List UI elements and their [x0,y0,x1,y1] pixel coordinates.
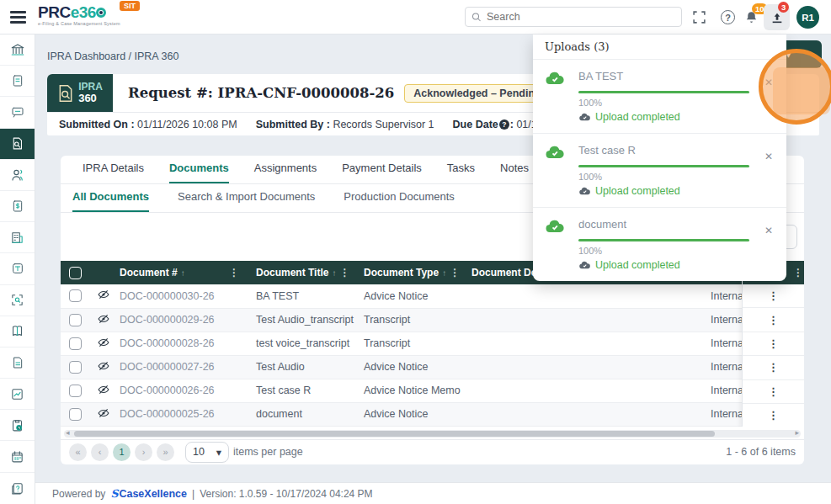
table-row[interactable]: DOC-000000025-26 document Advice Notice … [61,402,804,426]
sort-asc-icon[interactable]: ↑ [332,268,336,278]
page-size-select[interactable]: 10▾ [185,442,229,463]
upload-item: BA TEST 100% Upload completed ✕ [533,60,786,134]
document-magnifier-icon [57,84,74,103]
tab-payment-details[interactable]: Payment Details [342,162,422,183]
tab-assignments[interactable]: Assignments [254,162,317,183]
row-actions-menu[interactable]: ⋮ [743,404,804,427]
horizontal-scrollbar[interactable]: ◂ ▸ [64,430,801,438]
row-actions-menu[interactable]: ⋮ [743,332,804,356]
upload-item: Test case R 100% Upload completed ✕ [533,134,786,208]
select-row-checkbox[interactable] [69,314,82,326]
close-icon[interactable]: ✕ [764,225,773,236]
upload-file-name: Test case R [578,144,749,157]
select-all-checkbox[interactable] [69,267,82,279]
sidebar-item-billing[interactable] [0,191,35,222]
document-title: test voice_transcript [248,332,355,355]
sidebar-item-users[interactable] [0,160,35,191]
scroll-right-icon[interactable]: ▸ [795,428,799,437]
sidebar-item-ipra-active[interactable] [0,129,35,160]
subtab-all-documents[interactable]: All Documents [72,190,149,212]
upload-item: document 100% Upload completed ✕ [533,208,786,281]
column-menu-icon[interactable]: ⋮ [229,267,239,279]
document-description [463,284,584,308]
tab-tasks[interactable]: Tasks [447,162,475,183]
subtab-production[interactable]: Production Documents [344,190,455,212]
hamburger-menu-icon[interactable] [10,11,26,26]
due-date-help-icon[interactable]: ? [499,119,509,130]
tab-documents[interactable]: Documents [169,162,229,183]
table-row[interactable]: DOC-000000026-26 Test case R Advice Noti… [61,379,804,402]
document-description [463,355,584,379]
column-menu-icon[interactable]: ⋮ [793,267,803,279]
logo-ring-icon [96,8,106,18]
fullscreen-icon[interactable] [692,10,706,24]
column-menu-icon[interactable]: ⋮ [450,267,460,279]
select-row-checkbox[interactable] [69,385,82,397]
sidebar-item-organization[interactable] [0,222,35,253]
select-row-checkbox[interactable] [69,408,82,421]
upload-status: Upload completed [578,259,749,271]
select-row-checkbox[interactable] [69,361,82,374]
sort-asc-icon[interactable]: ↑ [181,268,185,278]
scan-search-icon [10,293,24,307]
global-search[interactable] [465,7,682,27]
tab-notes[interactable]: Notes [500,162,529,183]
row-actions-menu[interactable]: ⋮ [743,284,804,308]
sidebar-item-files[interactable] [0,347,35,379]
search-input[interactable] [487,11,675,23]
table-row[interactable]: DOC-000000027-26 Test Audio Advice Notic… [61,355,804,379]
chart-line-icon [10,387,24,401]
pager-next-button[interactable]: › [135,443,152,461]
document-responsive [584,379,702,402]
pager-last-button[interactable]: » [157,443,174,461]
help-icon[interactable]: ? [721,10,735,24]
scroll-left-icon[interactable]: ◂ [66,428,70,437]
sort-asc-icon[interactable]: ↑ [442,268,446,278]
sidebar-item-messages[interactable] [0,97,35,128]
clipboard-clock-icon [10,418,24,432]
row-actions-menu[interactable]: ⋮ [743,356,804,379]
sidebar-item-institution[interactable] [0,34,35,66]
sidebar-item-reports[interactable] [0,379,35,410]
select-row-checkbox[interactable] [69,337,82,350]
sidebar-item-scheduled-tasks[interactable] [0,410,35,441]
sidebar-item-calendar[interactable] [0,441,35,472]
tab-ipra-details[interactable]: IPRA Details [83,162,144,183]
document-id: DOC-000000025-26 [111,402,248,426]
calendar-icon [10,449,24,464]
upload-percent: 100% [578,172,749,182]
document-title: BA TEST [248,284,355,308]
table-row[interactable]: DOC-000000028-26 test voice_transcript T… [61,332,804,355]
sidebar-item-documents[interactable] [0,66,35,97]
sidebar-item-records-book[interactable] [0,316,35,347]
sidebar-item-templates[interactable] [0,253,35,284]
document-id: DOC-000000030-26 [111,284,248,308]
document-responsive [584,332,702,355]
row-actions-menu[interactable]: ⋮ [743,308,804,332]
select-row-checkbox[interactable] [69,289,82,302]
submitted-by: Submitted By : Records Supervisor 1 [256,119,434,130]
cloud-check-icon [578,112,591,122]
upload-status: Upload completed [578,111,749,123]
column-menu-icon[interactable]: ⋮ [339,267,349,279]
sidebar-item-help[interactable] [0,473,35,504]
sidebar-item-scan-search[interactable] [0,285,35,316]
close-icon[interactable]: ✕ [764,151,773,162]
pager-first-button[interactable]: « [69,443,87,461]
document-search-icon [10,136,24,151]
subtab-search-import[interactable]: Search & Import Documents [178,190,315,212]
click-annotation-circle [759,49,831,125]
row-actions-menu[interactable]: ⋮ [743,380,804,404]
pager-page-1[interactable]: 1 [113,443,131,461]
pager-prev-button[interactable]: ‹ [91,443,109,461]
breadcrumb-parent-link[interactable]: IPRA Dashboard [47,50,125,62]
document-title: Test Audio_transcript [248,308,355,332]
submitted-on: Submitted On : 01/11/2026 10:08 PM [59,119,237,130]
table-row[interactable]: DOC-000000029-26 Test Audio_transcript T… [61,308,804,332]
chevron-down-icon: ▾ [216,446,221,459]
document-title: document [248,402,355,426]
user-avatar[interactable]: R1 [796,6,819,29]
items-per-page-label: items per page [233,446,303,458]
table-row[interactable]: DOC-000000030-26 BA TEST Advice Notice I… [61,284,804,308]
scrollbar-thumb[interactable] [74,431,715,437]
